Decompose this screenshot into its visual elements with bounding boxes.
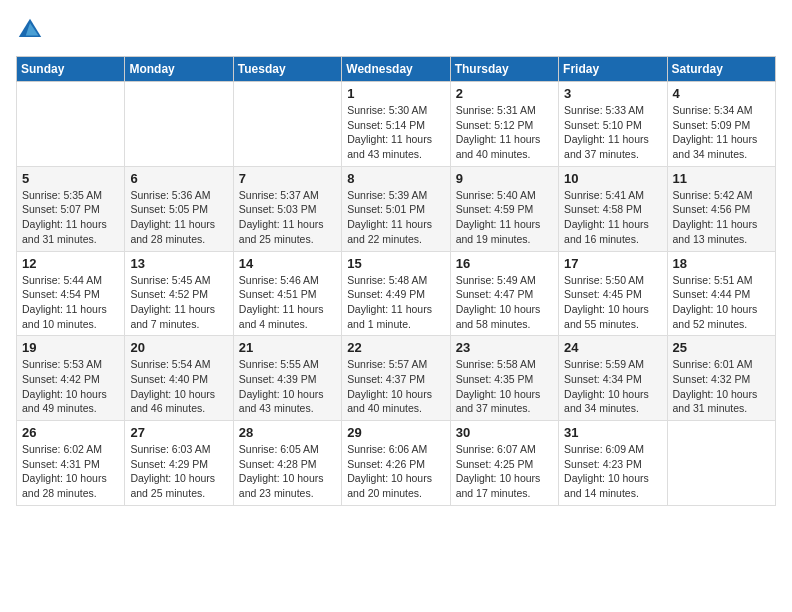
weekday-header-friday: Friday: [559, 57, 667, 82]
day-info: Sunrise: 5:33 AM Sunset: 5:10 PM Dayligh…: [564, 103, 661, 162]
day-info: Sunrise: 5:57 AM Sunset: 4:37 PM Dayligh…: [347, 357, 444, 416]
day-number: 11: [673, 171, 770, 186]
day-info: Sunrise: 5:34 AM Sunset: 5:09 PM Dayligh…: [673, 103, 770, 162]
calendar-cell: 6Sunrise: 5:36 AM Sunset: 5:05 PM Daylig…: [125, 166, 233, 251]
calendar-cell: 23Sunrise: 5:58 AM Sunset: 4:35 PM Dayli…: [450, 336, 558, 421]
calendar-cell: 13Sunrise: 5:45 AM Sunset: 4:52 PM Dayli…: [125, 251, 233, 336]
day-number: 24: [564, 340, 661, 355]
day-info: Sunrise: 5:30 AM Sunset: 5:14 PM Dayligh…: [347, 103, 444, 162]
day-info: Sunrise: 5:54 AM Sunset: 4:40 PM Dayligh…: [130, 357, 227, 416]
day-info: Sunrise: 6:03 AM Sunset: 4:29 PM Dayligh…: [130, 442, 227, 501]
day-info: Sunrise: 6:07 AM Sunset: 4:25 PM Dayligh…: [456, 442, 553, 501]
calendar-cell: 7Sunrise: 5:37 AM Sunset: 5:03 PM Daylig…: [233, 166, 341, 251]
day-info: Sunrise: 5:49 AM Sunset: 4:47 PM Dayligh…: [456, 273, 553, 332]
day-number: 19: [22, 340, 119, 355]
day-number: 2: [456, 86, 553, 101]
day-number: 15: [347, 256, 444, 271]
day-info: Sunrise: 5:58 AM Sunset: 4:35 PM Dayligh…: [456, 357, 553, 416]
day-info: Sunrise: 5:48 AM Sunset: 4:49 PM Dayligh…: [347, 273, 444, 332]
day-number: 26: [22, 425, 119, 440]
calendar-cell: 9Sunrise: 5:40 AM Sunset: 4:59 PM Daylig…: [450, 166, 558, 251]
day-number: 31: [564, 425, 661, 440]
day-number: 17: [564, 256, 661, 271]
day-info: Sunrise: 5:50 AM Sunset: 4:45 PM Dayligh…: [564, 273, 661, 332]
calendar-cell: [125, 82, 233, 167]
day-info: Sunrise: 5:44 AM Sunset: 4:54 PM Dayligh…: [22, 273, 119, 332]
calendar-cell: 29Sunrise: 6:06 AM Sunset: 4:26 PM Dayli…: [342, 421, 450, 506]
calendar-cell: [667, 421, 775, 506]
day-number: 18: [673, 256, 770, 271]
day-info: Sunrise: 6:05 AM Sunset: 4:28 PM Dayligh…: [239, 442, 336, 501]
day-info: Sunrise: 5:41 AM Sunset: 4:58 PM Dayligh…: [564, 188, 661, 247]
day-number: 3: [564, 86, 661, 101]
day-info: Sunrise: 5:45 AM Sunset: 4:52 PM Dayligh…: [130, 273, 227, 332]
weekday-header-thursday: Thursday: [450, 57, 558, 82]
calendar-cell: 27Sunrise: 6:03 AM Sunset: 4:29 PM Dayli…: [125, 421, 233, 506]
day-info: Sunrise: 5:31 AM Sunset: 5:12 PM Dayligh…: [456, 103, 553, 162]
day-info: Sunrise: 5:59 AM Sunset: 4:34 PM Dayligh…: [564, 357, 661, 416]
calendar-cell: 11Sunrise: 5:42 AM Sunset: 4:56 PM Dayli…: [667, 166, 775, 251]
logo-icon: [16, 16, 44, 44]
day-info: Sunrise: 5:36 AM Sunset: 5:05 PM Dayligh…: [130, 188, 227, 247]
day-number: 21: [239, 340, 336, 355]
calendar-week-0: 1Sunrise: 5:30 AM Sunset: 5:14 PM Daylig…: [17, 82, 776, 167]
calendar-body: 1Sunrise: 5:30 AM Sunset: 5:14 PM Daylig…: [17, 82, 776, 506]
day-number: 22: [347, 340, 444, 355]
day-info: Sunrise: 6:09 AM Sunset: 4:23 PM Dayligh…: [564, 442, 661, 501]
calendar-cell: 2Sunrise: 5:31 AM Sunset: 5:12 PM Daylig…: [450, 82, 558, 167]
weekday-header-saturday: Saturday: [667, 57, 775, 82]
weekday-header-monday: Monday: [125, 57, 233, 82]
header: [16, 16, 776, 44]
calendar-cell: 3Sunrise: 5:33 AM Sunset: 5:10 PM Daylig…: [559, 82, 667, 167]
day-number: 14: [239, 256, 336, 271]
day-info: Sunrise: 5:35 AM Sunset: 5:07 PM Dayligh…: [22, 188, 119, 247]
day-number: 23: [456, 340, 553, 355]
calendar-cell: 14Sunrise: 5:46 AM Sunset: 4:51 PM Dayli…: [233, 251, 341, 336]
calendar-cell: 20Sunrise: 5:54 AM Sunset: 4:40 PM Dayli…: [125, 336, 233, 421]
calendar-cell: 1Sunrise: 5:30 AM Sunset: 5:14 PM Daylig…: [342, 82, 450, 167]
day-info: Sunrise: 5:42 AM Sunset: 4:56 PM Dayligh…: [673, 188, 770, 247]
day-info: Sunrise: 6:06 AM Sunset: 4:26 PM Dayligh…: [347, 442, 444, 501]
weekday-header-row: SundayMondayTuesdayWednesdayThursdayFrid…: [17, 57, 776, 82]
weekday-header-tuesday: Tuesday: [233, 57, 341, 82]
weekday-header-wednesday: Wednesday: [342, 57, 450, 82]
calendar-cell: 21Sunrise: 5:55 AM Sunset: 4:39 PM Dayli…: [233, 336, 341, 421]
day-info: Sunrise: 6:01 AM Sunset: 4:32 PM Dayligh…: [673, 357, 770, 416]
day-number: 7: [239, 171, 336, 186]
calendar-cell: [17, 82, 125, 167]
calendar-cell: 28Sunrise: 6:05 AM Sunset: 4:28 PM Dayli…: [233, 421, 341, 506]
day-info: Sunrise: 5:39 AM Sunset: 5:01 PM Dayligh…: [347, 188, 444, 247]
calendar-cell: 15Sunrise: 5:48 AM Sunset: 4:49 PM Dayli…: [342, 251, 450, 336]
day-number: 4: [673, 86, 770, 101]
day-number: 27: [130, 425, 227, 440]
day-number: 5: [22, 171, 119, 186]
day-number: 16: [456, 256, 553, 271]
calendar-cell: 4Sunrise: 5:34 AM Sunset: 5:09 PM Daylig…: [667, 82, 775, 167]
day-info: Sunrise: 5:40 AM Sunset: 4:59 PM Dayligh…: [456, 188, 553, 247]
weekday-header-sunday: Sunday: [17, 57, 125, 82]
calendar-cell: 19Sunrise: 5:53 AM Sunset: 4:42 PM Dayli…: [17, 336, 125, 421]
day-info: Sunrise: 5:37 AM Sunset: 5:03 PM Dayligh…: [239, 188, 336, 247]
calendar-week-2: 12Sunrise: 5:44 AM Sunset: 4:54 PM Dayli…: [17, 251, 776, 336]
calendar-week-4: 26Sunrise: 6:02 AM Sunset: 4:31 PM Dayli…: [17, 421, 776, 506]
logo: [16, 16, 48, 44]
calendar-cell: 24Sunrise: 5:59 AM Sunset: 4:34 PM Dayli…: [559, 336, 667, 421]
calendar-cell: 5Sunrise: 5:35 AM Sunset: 5:07 PM Daylig…: [17, 166, 125, 251]
day-info: Sunrise: 5:46 AM Sunset: 4:51 PM Dayligh…: [239, 273, 336, 332]
day-number: 25: [673, 340, 770, 355]
calendar-header: SundayMondayTuesdayWednesdayThursdayFrid…: [17, 57, 776, 82]
day-info: Sunrise: 5:55 AM Sunset: 4:39 PM Dayligh…: [239, 357, 336, 416]
calendar-cell: 16Sunrise: 5:49 AM Sunset: 4:47 PM Dayli…: [450, 251, 558, 336]
day-number: 9: [456, 171, 553, 186]
day-info: Sunrise: 5:51 AM Sunset: 4:44 PM Dayligh…: [673, 273, 770, 332]
calendar-week-1: 5Sunrise: 5:35 AM Sunset: 5:07 PM Daylig…: [17, 166, 776, 251]
calendar-cell: 10Sunrise: 5:41 AM Sunset: 4:58 PM Dayli…: [559, 166, 667, 251]
calendar: SundayMondayTuesdayWednesdayThursdayFrid…: [16, 56, 776, 506]
day-number: 1: [347, 86, 444, 101]
day-number: 30: [456, 425, 553, 440]
day-number: 8: [347, 171, 444, 186]
calendar-cell: 26Sunrise: 6:02 AM Sunset: 4:31 PM Dayli…: [17, 421, 125, 506]
day-number: 29: [347, 425, 444, 440]
calendar-cell: 25Sunrise: 6:01 AM Sunset: 4:32 PM Dayli…: [667, 336, 775, 421]
calendar-cell: 18Sunrise: 5:51 AM Sunset: 4:44 PM Dayli…: [667, 251, 775, 336]
